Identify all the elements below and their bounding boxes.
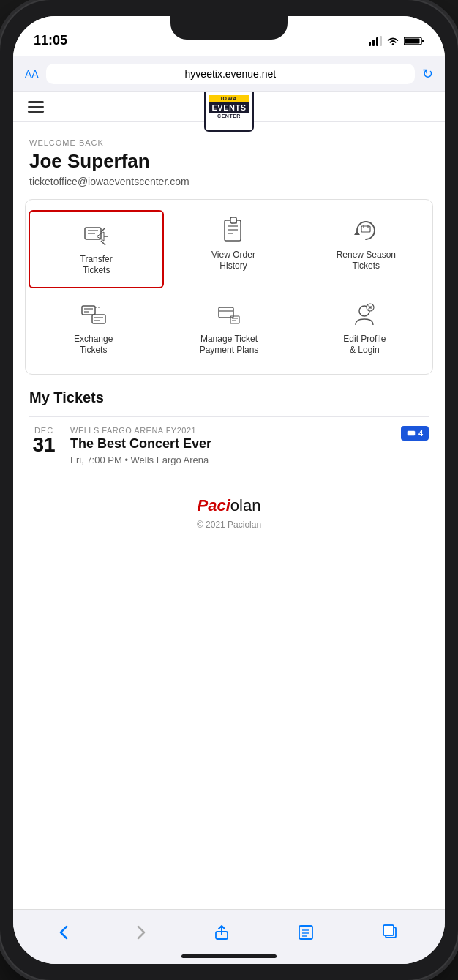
view-order-history-label: View OrderHistory bbox=[211, 250, 255, 272]
renew-season-tickets-button[interactable]: Renew SeasonTickets bbox=[300, 207, 432, 291]
status-time: 11:05 bbox=[34, 33, 67, 48]
user-email: ticketoffice@iowaeventscenter.com bbox=[29, 176, 429, 187]
page-content: IOWA EVENTS CENTER WELCOME BACK Joe Supe… bbox=[13, 92, 445, 905]
ticket-day: 31 bbox=[29, 435, 59, 455]
paciolan-logo: Paciolan bbox=[13, 496, 445, 515]
svg-rect-43 bbox=[299, 926, 312, 939]
paciolan-brand-red: Pac bbox=[198, 496, 226, 515]
exchange-tickets-label: ExchangeTickets bbox=[74, 334, 113, 356]
signal-icon bbox=[369, 36, 382, 46]
status-bar: 11:05 bbox=[13, 16, 445, 56]
action-row-1: TransferTickets bbox=[26, 207, 432, 291]
site-header: IOWA EVENTS CENTER bbox=[13, 92, 445, 122]
battery-icon bbox=[404, 36, 424, 46]
welcome-label: WELCOME BACK bbox=[29, 138, 429, 147]
exchange-tickets-icon bbox=[80, 302, 107, 328]
svg-rect-6 bbox=[405, 38, 420, 43]
renew-season-tickets-icon bbox=[353, 217, 379, 244]
tabs-button[interactable] bbox=[383, 924, 399, 940]
edit-profile-login-label: Edit Profile& Login bbox=[343, 334, 386, 356]
manage-ticket-payment-icon bbox=[216, 302, 242, 328]
logo-events-text: EVENTS bbox=[209, 102, 249, 113]
edit-profile-login-button[interactable]: Edit Profile& Login bbox=[297, 291, 432, 367]
status-icons bbox=[369, 36, 424, 46]
ticket-info: WELLS FARGO ARENA FY2021 The Best Concer… bbox=[70, 426, 401, 465]
transfer-tickets-icon bbox=[83, 222, 110, 248]
home-indicator bbox=[181, 954, 277, 958]
browser-bar: AA hyveetix.evenue.net ↻ bbox=[13, 56, 445, 92]
svg-line-11 bbox=[101, 228, 105, 232]
svg-point-4 bbox=[392, 43, 394, 45]
ticket-venue: WELLS FARGO ARENA FY2021 bbox=[70, 426, 401, 435]
site-logo: IOWA EVENTS CENTER bbox=[204, 92, 254, 132]
logo-iowa-text: IOWA bbox=[209, 95, 249, 102]
renew-season-tickets-label: Renew SeasonTickets bbox=[337, 250, 396, 272]
tickets-section-title: My Tickets bbox=[29, 389, 429, 406]
svg-rect-48 bbox=[383, 925, 394, 935]
transfer-tickets-label: TransferTickets bbox=[80, 254, 113, 277]
ticket-count: 4 bbox=[418, 429, 423, 438]
view-order-history-icon bbox=[220, 217, 247, 244]
aa-button[interactable]: AA bbox=[25, 68, 39, 80]
svg-rect-18 bbox=[230, 217, 236, 223]
ticket-item[interactable]: DEC 31 WELLS FARGO ARENA FY2021 The Best… bbox=[29, 416, 429, 474]
exchange-tickets-button[interactable]: ExchangeTickets bbox=[26, 291, 161, 367]
ticket-details: Fri, 7:00 PM • Wells Fargo Arena bbox=[70, 455, 401, 465]
svg-marker-19 bbox=[354, 231, 360, 235]
forward-button[interactable] bbox=[137, 925, 146, 940]
svg-rect-3 bbox=[380, 36, 382, 46]
url-bar[interactable]: hyveetix.evenue.net bbox=[46, 64, 415, 84]
svg-rect-7 bbox=[422, 40, 424, 42]
ticket-icon bbox=[407, 429, 416, 438]
paciolan-footer: Paciolan © 2021 Paciolan bbox=[13, 474, 445, 545]
svg-line-12 bbox=[101, 241, 105, 245]
transfer-tickets-button[interactable]: TransferTickets bbox=[29, 210, 164, 288]
svg-rect-26 bbox=[92, 315, 105, 323]
hamburger-menu[interactable] bbox=[28, 101, 44, 113]
tickets-section: My Tickets DEC 31 WELLS FARGO ARENA FY20… bbox=[13, 389, 445, 474]
share-button[interactable] bbox=[214, 924, 229, 940]
bookmarks-button[interactable] bbox=[298, 924, 314, 940]
ticket-name: The Best Concert Ever bbox=[70, 436, 401, 452]
logo-center-text: CENTER bbox=[217, 113, 241, 119]
notch bbox=[170, 16, 288, 40]
svg-rect-20 bbox=[361, 226, 370, 232]
refresh-button[interactable]: ↻ bbox=[422, 66, 433, 82]
svg-rect-23 bbox=[82, 306, 95, 315]
user-name: Joe Superfan bbox=[29, 150, 429, 173]
ticket-count-badge: 4 bbox=[401, 426, 429, 441]
paciolan-brand-rest: olan bbox=[230, 496, 261, 515]
wifi-icon bbox=[386, 36, 399, 46]
manage-ticket-payment-label: Manage TicketPayment Plans bbox=[200, 334, 259, 356]
copyright-text: © 2021 Paciolan bbox=[13, 520, 445, 530]
ticket-date: DEC 31 bbox=[29, 426, 59, 455]
action-grid: TransferTickets bbox=[25, 199, 433, 375]
back-button[interactable] bbox=[59, 925, 68, 940]
view-order-history-button[interactable]: View OrderHistory bbox=[167, 207, 299, 291]
manage-ticket-payment-button[interactable]: Manage TicketPayment Plans bbox=[161, 291, 296, 367]
svg-rect-1 bbox=[372, 40, 375, 46]
svg-rect-0 bbox=[369, 42, 371, 46]
action-row-2: ExchangeTickets bbox=[26, 291, 432, 367]
edit-profile-login-icon bbox=[351, 302, 378, 328]
svg-rect-40 bbox=[408, 431, 415, 435]
svg-rect-2 bbox=[376, 37, 378, 46]
welcome-section: WELCOME BACK Joe Superfan ticketoffice@i… bbox=[13, 122, 445, 199]
